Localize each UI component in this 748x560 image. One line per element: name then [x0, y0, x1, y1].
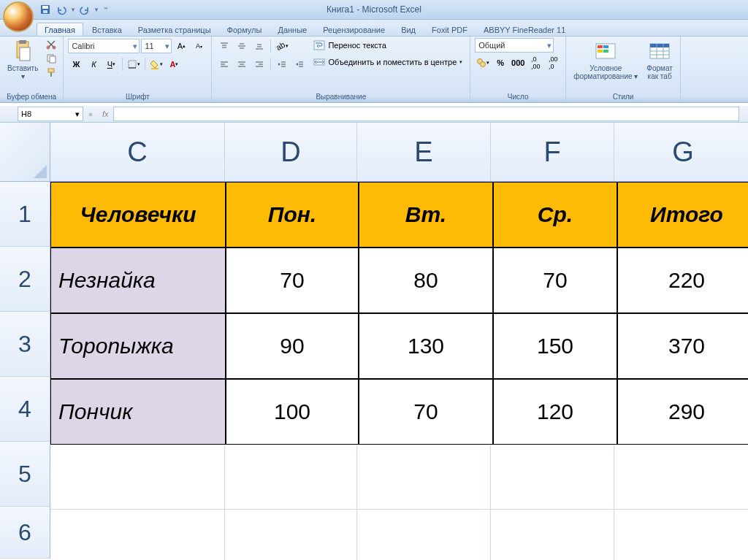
font-size-combo[interactable]: 11▾: [141, 39, 172, 53]
formula-bar[interactable]: [113, 107, 739, 121]
tab-вставка[interactable]: Вставка: [85, 23, 129, 36]
align-bottom-icon[interactable]: [251, 38, 267, 54]
align-center-icon[interactable]: [234, 56, 250, 72]
group-label: Число: [475, 93, 561, 102]
increase-indent-icon[interactable]: [291, 56, 308, 72]
cell[interactable]: 70: [226, 248, 359, 313]
cell[interactable]: [225, 510, 357, 560]
cell[interactable]: [491, 445, 614, 510]
tab-главная[interactable]: Главная: [37, 23, 83, 36]
cell[interactable]: 290: [617, 379, 748, 445]
cell[interactable]: Ср.: [493, 182, 617, 248]
cut-icon[interactable]: [44, 38, 58, 51]
dropdown-icon[interactable]: ▼: [70, 7, 76, 13]
ribbon-tabs: ГлавнаяВставкаРазметка страницыФормулыДа…: [0, 20, 748, 37]
cell[interactable]: Вт.: [359, 182, 493, 248]
grow-font-icon[interactable]: A▴: [173, 38, 189, 54]
column-header[interactable]: D: [225, 123, 357, 182]
cell[interactable]: 70: [359, 379, 493, 445]
shrink-font-icon[interactable]: A▾: [191, 38, 207, 54]
italic-button[interactable]: К: [85, 56, 102, 72]
cell[interactable]: 150: [493, 313, 617, 379]
decrease-indent-icon[interactable]: [274, 56, 290, 72]
worksheet: 123456 CDEFG ЧеловечкиПон.Вт.Ср.ИтогоНез…: [0, 123, 748, 560]
font-color-icon[interactable]: A▾: [166, 56, 182, 72]
cell[interactable]: Пон.: [226, 182, 359, 248]
increase-decimal-icon[interactable]: ,0,00: [527, 55, 543, 71]
cell[interactable]: 100: [226, 379, 359, 445]
tab-foxit-pdf[interactable]: Foxit PDF: [424, 23, 475, 36]
tab-рецензирование[interactable]: Рецензирование: [316, 23, 392, 36]
select-all-corner[interactable]: [0, 123, 50, 182]
name-box[interactable]: H8▾: [18, 107, 83, 121]
row-header[interactable]: 2: [0, 247, 50, 312]
cell[interactable]: 90: [226, 313, 359, 379]
currency-icon[interactable]: ▾: [475, 55, 491, 71]
cell[interactable]: 220: [617, 248, 748, 313]
tab-abbyy-finereader-11[interactable]: ABBYY FineReader 11: [476, 23, 573, 36]
office-button[interactable]: [3, 1, 34, 32]
cell[interactable]: [357, 445, 491, 510]
conditional-formatting-button[interactable]: Условноеформатирование ▾: [570, 38, 641, 82]
cell[interactable]: [614, 510, 748, 560]
underline-button[interactable]: Ч▾: [103, 56, 119, 72]
qat-customize-icon[interactable]: ⁼: [104, 5, 108, 15]
align-top-icon[interactable]: [216, 38, 232, 54]
cell[interactable]: 130: [359, 313, 493, 379]
font-name-combo[interactable]: Calibri▾: [68, 39, 140, 53]
decrease-decimal-icon[interactable]: ,00,0: [545, 55, 561, 71]
cell[interactable]: [50, 445, 225, 510]
cell[interactable]: Пончик: [50, 379, 226, 445]
cell[interactable]: 80: [359, 248, 493, 313]
column-header[interactable]: E: [357, 123, 491, 182]
merge-center-button[interactable]: Объединить и поместить в центре ▾: [310, 55, 465, 69]
fx-icon[interactable]: fx: [102, 110, 109, 118]
cancel-icon: ●: [83, 110, 98, 118]
orientation-icon[interactable]: ab▾: [274, 38, 290, 54]
cell[interactable]: Незнайка: [50, 248, 226, 313]
cell[interactable]: Человечки: [50, 182, 226, 248]
row-header[interactable]: 5: [0, 442, 50, 507]
column-header[interactable]: G: [614, 123, 748, 182]
cell[interactable]: [491, 510, 614, 560]
save-icon[interactable]: [38, 2, 53, 17]
align-middle-icon[interactable]: [234, 38, 250, 54]
comma-icon[interactable]: 000: [510, 55, 526, 71]
cell[interactable]: [357, 510, 491, 560]
wrap-text-button[interactable]: Перенос текста: [310, 38, 465, 53]
row-header[interactable]: 6: [0, 507, 50, 559]
svg-rect-11: [50, 72, 52, 77]
row-header[interactable]: 1: [0, 182, 50, 247]
cell[interactable]: [50, 510, 225, 560]
fill-color-icon[interactable]: ▾: [148, 56, 164, 72]
bold-button[interactable]: Ж: [68, 56, 84, 72]
row-header[interactable]: 3: [0, 312, 50, 377]
row-header[interactable]: 4: [0, 377, 50, 442]
column-header[interactable]: F: [491, 123, 614, 182]
cell[interactable]: [225, 445, 357, 510]
dropdown-icon[interactable]: ▼: [94, 7, 99, 13]
borders-icon[interactable]: ▾: [126, 56, 142, 72]
align-left-icon[interactable]: [216, 56, 232, 72]
cell[interactable]: [614, 445, 748, 510]
copy-icon[interactable]: [44, 52, 58, 65]
tab-данные[interactable]: Данные: [270, 23, 314, 36]
percent-icon[interactable]: %: [492, 55, 508, 71]
cell[interactable]: 370: [617, 313, 748, 379]
merge-icon: [313, 57, 325, 67]
number-format-combo[interactable]: Общий▾: [475, 38, 554, 53]
format-painter-icon[interactable]: [44, 66, 58, 79]
cell[interactable]: Торопыжка: [50, 313, 226, 379]
paste-button[interactable]: Вставить▾: [4, 38, 41, 82]
tab-разметка-страницы[interactable]: Разметка страницы: [131, 23, 218, 36]
cell[interactable]: 120: [493, 379, 617, 445]
cell[interactable]: Итого: [617, 182, 748, 248]
tab-вид[interactable]: Вид: [394, 23, 423, 36]
column-header[interactable]: C: [50, 123, 225, 182]
redo-icon[interactable]: [77, 2, 92, 17]
undo-icon[interactable]: [54, 2, 69, 17]
cell[interactable]: 70: [493, 248, 617, 313]
tab-формулы[interactable]: Формулы: [220, 23, 270, 36]
align-right-icon[interactable]: [251, 56, 267, 72]
format-as-table-button[interactable]: Форматкак таб: [644, 38, 676, 82]
